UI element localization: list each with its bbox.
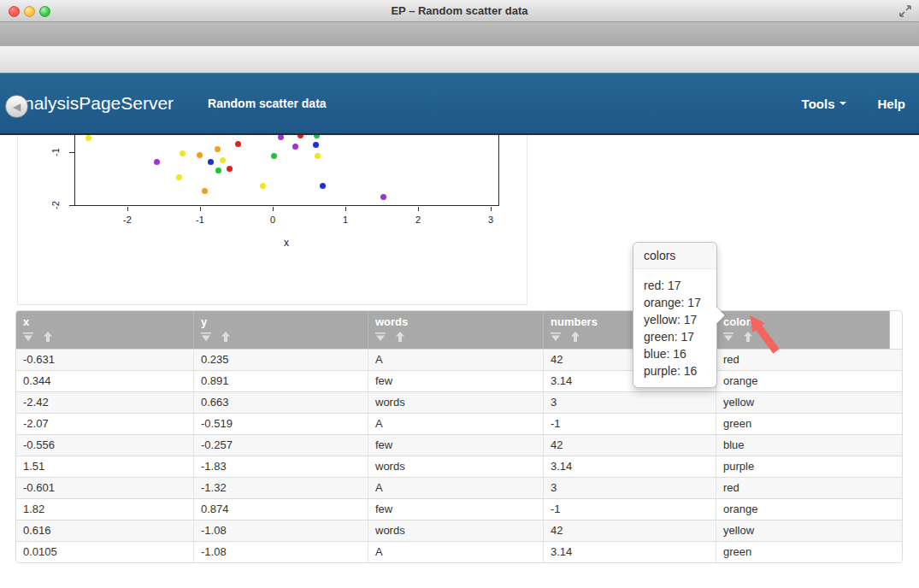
window-titlebar: EP – Random scatter data bbox=[0, 0, 919, 22]
x-tick-mark bbox=[345, 207, 346, 211]
column-header-label: x bbox=[23, 315, 193, 328]
nav-item-random-scatter-data[interactable]: Random scatter data bbox=[208, 97, 326, 110]
cell-numbers: -1 bbox=[544, 499, 716, 520]
column-header-label: words bbox=[375, 315, 543, 328]
cell-y: 0.874 bbox=[194, 499, 368, 520]
cell-y: -1.08 bbox=[194, 542, 368, 562]
table-row: -2.42 0.663 words 3 yellow bbox=[16, 391, 902, 413]
navigation-toolbar: ◀ ↻ g Google bbox=[0, 46, 919, 74]
cell-words: words bbox=[368, 456, 544, 477]
popover-arrow bbox=[716, 306, 726, 325]
scatter-point bbox=[220, 157, 226, 163]
caret-down-icon bbox=[839, 102, 846, 105]
cell-words: words bbox=[368, 520, 544, 541]
sort-up-icon[interactable] bbox=[570, 332, 580, 342]
filter-icon[interactable] bbox=[375, 332, 386, 342]
tools-menu[interactable]: Tools bbox=[802, 97, 847, 111]
cell-y: -0.257 bbox=[194, 435, 368, 456]
cell-numbers: 3 bbox=[544, 392, 716, 413]
cell-x: 0.0105 bbox=[16, 542, 194, 562]
cell-x: 0.616 bbox=[16, 520, 194, 541]
cell-numbers: -1 bbox=[544, 414, 716, 434]
cell-words: few bbox=[368, 499, 544, 520]
filter-icon[interactable] bbox=[201, 332, 211, 342]
column-header-y[interactable]: y bbox=[194, 311, 368, 349]
sort-up-icon[interactable] bbox=[221, 332, 231, 342]
cell-y: -0.519 bbox=[194, 414, 368, 434]
sort-up-icon[interactable] bbox=[395, 332, 405, 342]
table-row: 1.51 -1.83 words 3.14 purple bbox=[16, 456, 902, 477]
table-row: -0.556 -0.257 few 42 blue bbox=[16, 434, 902, 456]
scatter-point bbox=[278, 135, 284, 140]
x-tick-label: 3 bbox=[478, 215, 504, 225]
x-axis-title: x bbox=[274, 237, 299, 249]
scatter-point bbox=[292, 144, 298, 150]
popover-body: red: 17orange: 17yellow: 17green: 17blue… bbox=[633, 269, 716, 387]
x-tick-mark bbox=[200, 207, 201, 211]
annotation-arrow-icon bbox=[732, 303, 783, 358]
scatter-plot-panel: -2-10123-1-2 x bbox=[17, 135, 527, 305]
cell-numbers: 3.14 bbox=[544, 456, 716, 477]
y-tick-mark bbox=[69, 152, 74, 153]
cell-x: 1.51 bbox=[16, 456, 194, 477]
tab-bar: EP – Random scatter data + bbox=[0, 22, 919, 46]
table-row: -2.07 -0.519 A -1 green bbox=[16, 413, 902, 434]
browser-window: EP – Random scatter data EP – Random sca… bbox=[0, 0, 919, 588]
cell-words: A bbox=[368, 542, 544, 562]
x-tick-mark bbox=[273, 207, 274, 211]
filter-icon[interactable] bbox=[23, 332, 33, 342]
popover-title: colors bbox=[633, 243, 716, 269]
cell-colors: orange bbox=[716, 371, 902, 391]
cell-y: 0.663 bbox=[194, 392, 368, 413]
scatter-point bbox=[176, 174, 182, 180]
cell-x: -2.42 bbox=[16, 392, 194, 413]
cell-numbers: 42 bbox=[544, 435, 716, 456]
cell-x: 0.344 bbox=[16, 371, 194, 391]
cell-words: A bbox=[368, 414, 544, 434]
plot-axes-box bbox=[74, 135, 499, 206]
cell-y: 0.235 bbox=[194, 350, 368, 370]
cell-numbers: 3.14 bbox=[544, 542, 716, 562]
cell-colors: orange bbox=[716, 499, 902, 520]
help-link[interactable]: Help bbox=[877, 97, 905, 111]
x-tick-label: -1 bbox=[187, 215, 213, 225]
cell-colors: blue bbox=[716, 435, 902, 456]
y-tick-label: -2 bbox=[50, 196, 62, 215]
popover-item-red: red: 17 bbox=[644, 277, 706, 294]
cell-colors: yellow bbox=[716, 520, 902, 541]
y-tick-mark bbox=[69, 205, 74, 206]
x-tick-label: 1 bbox=[333, 215, 358, 225]
cell-x: -0.556 bbox=[16, 435, 194, 456]
sort-up-icon[interactable] bbox=[43, 332, 53, 342]
cell-colors: green bbox=[716, 414, 902, 434]
popover-item-yellow: yellow: 17 bbox=[644, 311, 706, 328]
column-header-words[interactable]: words bbox=[368, 311, 544, 349]
table-row: -0.601 -1.32 A 3 red bbox=[16, 477, 902, 498]
x-tick-label: 2 bbox=[405, 215, 431, 225]
back-button[interactable]: ◀ bbox=[5, 95, 28, 118]
scatter-point bbox=[208, 159, 214, 165]
column-header-x[interactable]: x bbox=[16, 311, 194, 349]
cell-colors: green bbox=[716, 542, 902, 562]
scatter-point bbox=[314, 135, 320, 138]
x-tick-mark bbox=[127, 207, 128, 211]
table-row: 0.616 -1.08 words 42 yellow bbox=[16, 520, 902, 541]
app-brand[interactable]: AnalysisPageServer bbox=[12, 93, 174, 114]
popover-item-orange: orange: 17 bbox=[644, 294, 706, 311]
x-tick-mark bbox=[491, 207, 492, 211]
cell-x: -2.07 bbox=[16, 414, 194, 434]
cell-colors: red bbox=[716, 478, 902, 498]
scatter-point bbox=[215, 168, 221, 173]
y-tick-label: -1 bbox=[50, 143, 62, 162]
filter-icon[interactable] bbox=[551, 332, 561, 342]
cell-y: 0.891 bbox=[194, 371, 368, 391]
cell-colors: purple bbox=[716, 456, 902, 477]
table-scroll-gutter bbox=[890, 311, 902, 349]
x-tick-label: 0 bbox=[260, 215, 286, 225]
window-title: EP – Random scatter data bbox=[0, 4, 919, 17]
scatter-point bbox=[235, 141, 241, 147]
fullscreen-resize-icon[interactable] bbox=[898, 4, 912, 18]
cell-x: 1.82 bbox=[16, 499, 194, 520]
x-tick-mark bbox=[418, 207, 419, 211]
scatter-point bbox=[180, 150, 186, 156]
